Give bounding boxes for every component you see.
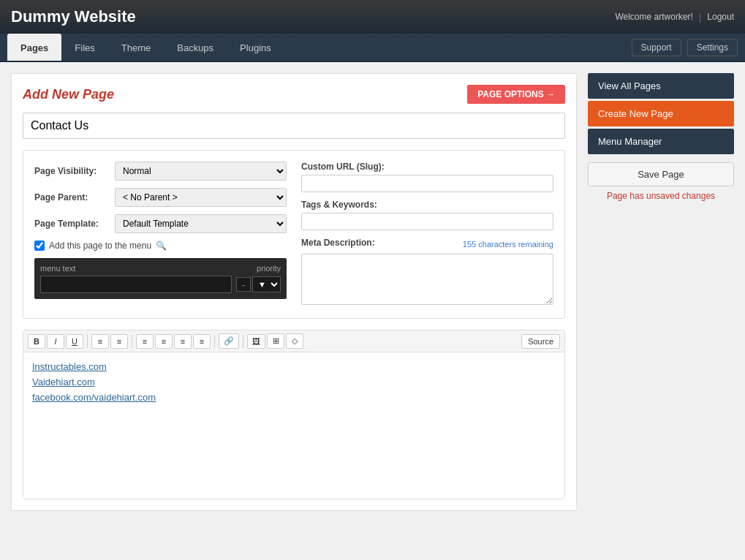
image-button[interactable]: 🖼 <box>247 334 265 349</box>
special-button[interactable]: ◇ <box>286 333 303 349</box>
header-actions: Welcome artworker! | Logout <box>615 12 734 23</box>
menu-text-input[interactable] <box>40 276 232 293</box>
unsaved-notice: Page has unsaved changes <box>588 191 734 201</box>
menu-sub-panel: menu text priority - ▼ <box>34 258 287 299</box>
separator-3 <box>214 335 215 348</box>
parent-select[interactable]: < No Parent > <box>115 188 287 207</box>
template-row: Page Template: Default Template <box>34 214 287 233</box>
sidebar: View All Pages Create New Page Menu Mana… <box>588 73 734 511</box>
visibility-select[interactable]: Normal Hidden Draft <box>115 162 287 181</box>
nav-bar: Pages Files Theme Backups Plugins Suppor… <box>0 34 745 62</box>
custom-url-group: Custom URL (Slug): <box>301 162 553 200</box>
form-title: Add New Page <box>23 87 114 102</box>
meta-chars-suffix: characters remaining <box>476 240 553 249</box>
support-button[interactable]: Support <box>632 39 681 56</box>
menu-manager-button[interactable]: Menu Manager <box>588 129 734 154</box>
page-form: Add New Page PAGE OPTIONS → Page Visibil… <box>11 73 577 511</box>
view-all-pages-button[interactable]: View All Pages <box>588 73 734 99</box>
editor-content[interactable]: Instructables.com Vaidehiart.com faceboo… <box>23 352 564 499</box>
meta-chars: 155 characters remaining <box>463 240 553 249</box>
priority-control: - ▼ <box>236 276 281 292</box>
tab-files[interactable]: Files <box>61 34 107 61</box>
custom-url-input[interactable] <box>301 175 553 192</box>
justify-button[interactable]: ≡ <box>193 334 211 349</box>
form-header: Add New Page PAGE OPTIONS → <box>23 85 565 104</box>
custom-url-label: Custom URL (Slug): <box>301 162 553 172</box>
priority-value: - <box>236 277 251 292</box>
italic-button[interactable]: I <box>47 334 64 349</box>
site-title: Dummy Website <box>11 7 136 26</box>
underline-button[interactable]: U <box>66 334 83 349</box>
main-layout: Add New Page PAGE OPTIONS → Page Visibil… <box>0 62 745 522</box>
settings-panel: Page Visibility: Normal Hidden Draft Pag… <box>23 150 565 319</box>
bold-button[interactable]: B <box>28 334 45 349</box>
create-new-page-button[interactable]: Create New Page <box>588 101 734 126</box>
menu-sub-inputs: - ▼ <box>40 276 281 293</box>
content-area: Add New Page PAGE OPTIONS → Page Visibil… <box>11 73 577 511</box>
align-right-button[interactable]: ≡ <box>174 334 192 349</box>
editor-link-0[interactable]: Instructables.com <box>32 361 556 372</box>
tags-label: Tags & Keywords: <box>301 200 553 210</box>
settings-left: Page Visibility: Normal Hidden Draft Pag… <box>34 162 287 307</box>
unordered-list-button[interactable]: ≡ <box>110 334 128 349</box>
visibility-row: Page Visibility: Normal Hidden Draft <box>34 162 287 181</box>
editor-link-2[interactable]: facebook.com/vaidehiart.com <box>32 392 556 403</box>
tags-group: Tags & Keywords: <box>301 200 553 238</box>
editor-toolbar: B I U ≡ ≡ ≡ ≡ ≡ ≡ 🔗 🖼 ⊞ ◇ <box>23 330 564 352</box>
settings-right: Custom URL (Slug): Tags & Keywords: Meta… <box>301 162 553 307</box>
tab-theme[interactable]: Theme <box>108 34 164 61</box>
separator-1 <box>87 335 88 348</box>
page-options-button[interactable]: PAGE OPTIONS → <box>467 85 565 104</box>
align-center-button[interactable]: ≡ <box>155 334 173 349</box>
meta-textarea[interactable] <box>301 254 553 305</box>
align-left-button[interactable]: ≡ <box>136 334 154 349</box>
header: Dummy Website Welcome artworker! | Logou… <box>0 0 745 34</box>
editor-link-1[interactable]: Vaidehiart.com <box>32 377 556 387</box>
priority-dropdown[interactable]: ▼ <box>252 276 281 292</box>
template-select[interactable]: Default Template <box>115 214 287 233</box>
magnifier-icon[interactable]: 🔍 <box>156 241 167 251</box>
menu-check-label: Add this page to the menu <box>49 241 151 251</box>
template-label: Page Template: <box>34 219 115 229</box>
welcome-text: Welcome artworker! <box>615 12 692 22</box>
separator-4 <box>243 335 243 348</box>
table-button[interactable]: ⊞ <box>267 333 284 349</box>
settings-button[interactable]: Settings <box>687 39 738 56</box>
meta-label-row: Meta Description: 155 characters remaini… <box>301 238 553 251</box>
source-button[interactable]: Source <box>521 334 560 349</box>
ordered-list-button[interactable]: ≡ <box>91 334 109 349</box>
menu-text-label: menu text <box>40 264 75 273</box>
priority-label: priority <box>257 264 281 273</box>
link-button[interactable]: 🔗 <box>219 333 239 349</box>
nav-right: Support Settings <box>632 39 738 56</box>
parent-label: Page Parent: <box>34 192 115 203</box>
meta-chars-count: 155 <box>463 240 476 249</box>
save-page-button[interactable]: Save Page <box>588 162 734 186</box>
separator-2 <box>132 335 132 348</box>
tab-plugins[interactable]: Plugins <box>227 34 284 61</box>
tab-pages[interactable]: Pages <box>7 34 61 61</box>
meta-group: Meta Description: 155 characters remaini… <box>301 238 553 307</box>
editor-container: B I U ≡ ≡ ≡ ≡ ≡ ≡ 🔗 🖼 ⊞ ◇ <box>23 330 565 499</box>
parent-row: Page Parent: < No Parent > <box>34 188 287 207</box>
logout-link[interactable]: Logout <box>707 12 734 22</box>
tags-input[interactable] <box>301 213 553 230</box>
visibility-label: Page Visibility: <box>34 166 115 176</box>
menu-sub-labels: menu text priority <box>40 264 281 273</box>
menu-check-row: Add this page to the menu 🔍 <box>34 241 287 251</box>
nav-tabs: Pages Files Theme Backups Plugins <box>7 34 284 61</box>
tab-backups[interactable]: Backups <box>164 34 227 61</box>
meta-label: Meta Description: <box>301 238 375 248</box>
page-title-input[interactable] <box>23 113 565 139</box>
menu-checkbox[interactable] <box>34 241 45 251</box>
